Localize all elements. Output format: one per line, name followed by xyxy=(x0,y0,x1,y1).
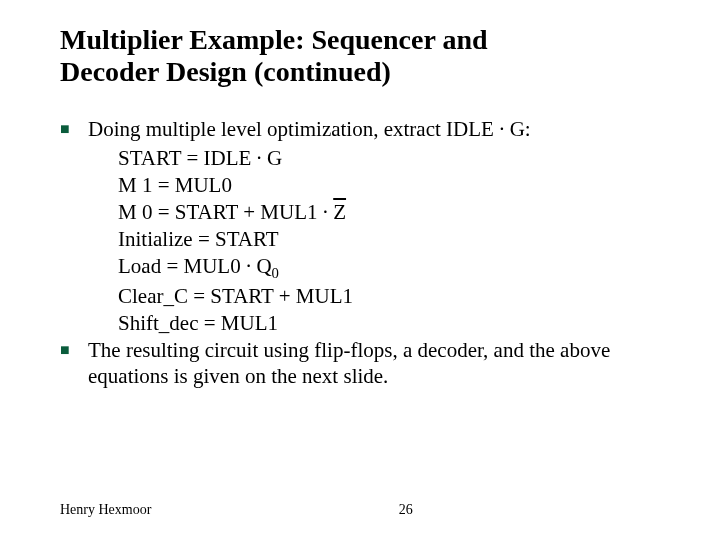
bullet-square-icon: ■ xyxy=(60,337,88,363)
eq-m0: M 0 = START + MUL1 · Z xyxy=(118,199,660,226)
eq-start: START = IDLE · G xyxy=(118,145,660,172)
eq-m0-lhs: M 0 = START + MUL1 · xyxy=(118,200,333,224)
slide-title: Multiplier Example: Sequencer and Decode… xyxy=(60,24,660,88)
slide-body: ■ Doing multiple level optimization, ext… xyxy=(60,116,660,390)
bullet-item-2: ■ The resulting circuit using flip-flops… xyxy=(60,337,660,391)
bullet-1-text: Doing multiple level optimization, extra… xyxy=(88,116,660,143)
bullet-2-text: The resulting circuit using flip-flops, … xyxy=(88,337,660,391)
eq-clearc: Clear_C = START + MUL1 xyxy=(118,283,660,310)
bullet-square-icon: ■ xyxy=(60,116,88,142)
eq-load: Load = MUL0 · Q0 xyxy=(118,253,660,283)
slide: Multiplier Example: Sequencer and Decode… xyxy=(0,0,720,540)
eq-shiftdec: Shift_dec = MUL1 xyxy=(118,310,660,337)
title-line-1: Multiplier Example: Sequencer and xyxy=(60,24,488,55)
eq-m0-zbar: Z xyxy=(333,200,346,224)
equation-block: START = IDLE · G M 1 = MUL0 M 0 = START … xyxy=(118,145,660,336)
slide-footer: Henry Hexmoor 26 xyxy=(60,502,660,518)
footer-page-number: 26 xyxy=(399,502,413,517)
eq-load-sub: 0 xyxy=(272,265,279,281)
footer-author: Henry Hexmoor xyxy=(60,502,151,518)
eq-initialize: Initialize = START xyxy=(118,226,660,253)
eq-load-lhs: Load = MUL0 · Q xyxy=(118,254,272,278)
bullet-item-1: ■ Doing multiple level optimization, ext… xyxy=(60,116,660,143)
eq-m1: M 1 = MUL0 xyxy=(118,172,660,199)
title-line-2: Decoder Design (continued) xyxy=(60,56,391,87)
